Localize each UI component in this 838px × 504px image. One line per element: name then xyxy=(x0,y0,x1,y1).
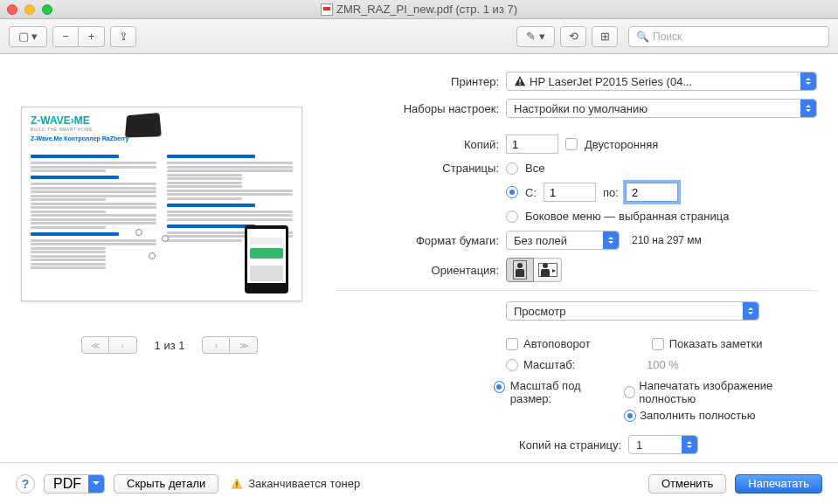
pages-all-label: Все xyxy=(525,162,544,175)
presets-select[interactable]: Настройки по умолчанию xyxy=(506,99,817,118)
prev-page-button[interactable]: ‹ xyxy=(109,336,137,354)
zoom-in-button[interactable]: + xyxy=(79,26,105,47)
pages-to-input[interactable] xyxy=(626,183,678,202)
app-options-select[interactable]: Просмотр xyxy=(506,301,759,321)
presets-label: Наборы настроек: xyxy=(336,102,506,115)
pages-label: Страницы: xyxy=(336,162,506,175)
duplex-label: Двусторонняя xyxy=(585,138,658,151)
warning-icon xyxy=(231,478,243,490)
show-notes-checkbox[interactable] xyxy=(652,338,664,350)
bottom-bar: ? PDF Скрыть детали Заканчивается тонер … xyxy=(0,462,838,504)
pdf-menu[interactable]: PDF xyxy=(44,474,105,494)
fit-full-radio[interactable] xyxy=(624,386,635,398)
pages-sidebar-radio[interactable] xyxy=(506,211,518,223)
page-indicator: 1 из 1 xyxy=(155,339,185,352)
printer-select[interactable]: HP LaserJet P2015 Series (04... xyxy=(506,72,817,91)
pdf-file-icon xyxy=(321,3,333,16)
svg-rect-0 xyxy=(519,79,520,82)
paper-label: Формат бумаги: xyxy=(336,234,506,247)
show-notes-label: Показать заметки xyxy=(669,337,763,350)
scale-fit-radio[interactable] xyxy=(494,381,505,393)
zoom-out-button[interactable]: − xyxy=(52,26,79,47)
help-button[interactable]: ? xyxy=(16,474,35,494)
doc-logo: Z-WAVE›ME BUILD THE SMART HOME xyxy=(31,114,93,132)
autorotate-checkbox[interactable] xyxy=(506,338,518,350)
scale-fit-label: Масштаб под размер: xyxy=(510,379,619,405)
sidebar-toggle-button[interactable]: ▢ ▾ xyxy=(9,26,47,47)
fit-full-label: Напечатать изображение полностью xyxy=(639,379,817,405)
next-page-button[interactable]: › xyxy=(202,336,230,354)
paper-dimensions: 210 на 297 мм xyxy=(632,234,702,246)
scale-radio[interactable] xyxy=(506,359,518,371)
first-page-button[interactable]: ≪ xyxy=(81,336,109,354)
pages-all-radio[interactable] xyxy=(506,162,518,175)
toolbar: ▢ ▾ − + ⇪ ✎ ▾ ⟲ ⊞ 🔍 Поиск xyxy=(0,19,838,54)
fit-fill-label: Заполнить полностью xyxy=(640,409,755,422)
svg-rect-1 xyxy=(519,84,520,85)
print-button[interactable]: Напечатать xyxy=(735,474,822,494)
toolbox-button[interactable]: ⊞ xyxy=(592,26,618,47)
svg-rect-3 xyxy=(237,486,238,487)
doc-title: Z-Wave.Me Контроллер RaZberry xyxy=(31,135,128,142)
copies-input[interactable] xyxy=(506,135,558,154)
scale-label: Масштаб: xyxy=(523,358,641,371)
rotate-button[interactable]: ⟲ xyxy=(560,26,586,47)
person-icon xyxy=(515,263,525,277)
last-page-button[interactable]: ≫ xyxy=(230,336,258,354)
orientation-portrait-button[interactable] xyxy=(506,258,534,282)
copies-per-page-label: Копий на страницу: xyxy=(336,438,628,452)
print-options: Принтер: HP LaserJet P2015 Series (04...… xyxy=(336,72,817,462)
pages-from-input[interactable] xyxy=(544,183,596,202)
device-illustration xyxy=(125,113,162,138)
copies-per-page-select[interactable]: 1 xyxy=(628,435,698,454)
svg-rect-2 xyxy=(237,481,238,485)
autorotate-label: Автоповорот xyxy=(523,337,591,350)
preview-pane: Z-WAVE›ME BUILD THE SMART HOME Z-Wave.Me… xyxy=(21,72,318,462)
titlebar: ZMR_RAZ_PI_new.pdf (стр. 1 из 7) xyxy=(0,0,838,19)
pages-to-label: по: xyxy=(603,186,619,199)
orientation-landscape-button[interactable]: ▸ xyxy=(534,258,562,282)
pages-range-radio[interactable] xyxy=(506,186,518,198)
hide-details-button[interactable]: Скрыть детали xyxy=(114,474,218,494)
person-icon xyxy=(540,263,551,277)
copies-label: Копий: xyxy=(336,138,506,151)
search-input[interactable]: 🔍 Поиск xyxy=(628,26,829,47)
fit-fill-radio[interactable] xyxy=(624,410,636,422)
duplex-checkbox[interactable] xyxy=(565,138,578,150)
phone-illustration xyxy=(245,225,288,293)
toner-warning: Заканчивается тонер xyxy=(231,477,360,490)
orientation-label: Ориентация: xyxy=(336,264,506,277)
scale-value: 100 % xyxy=(647,358,679,371)
window-title: ZMR_RAZ_PI_new.pdf (стр. 1 из 7) xyxy=(0,3,838,16)
page-thumbnail: Z-WAVE›ME BUILD THE SMART HOME Z-Wave.Me… xyxy=(21,107,302,301)
pages-from-label: С: xyxy=(525,186,537,199)
warning-icon xyxy=(514,75,526,87)
annotate-button[interactable]: ✎ ▾ xyxy=(516,26,555,47)
search-icon: 🔍 xyxy=(636,31,649,43)
cancel-button[interactable]: Отменить xyxy=(648,474,726,494)
paper-select[interactable]: Без полей xyxy=(506,231,620,250)
pages-sidebar-label: Боковое меню — выбранная страница xyxy=(525,210,729,223)
share-button[interactable]: ⇪ xyxy=(110,26,136,47)
printer-label: Принтер: xyxy=(336,75,506,88)
